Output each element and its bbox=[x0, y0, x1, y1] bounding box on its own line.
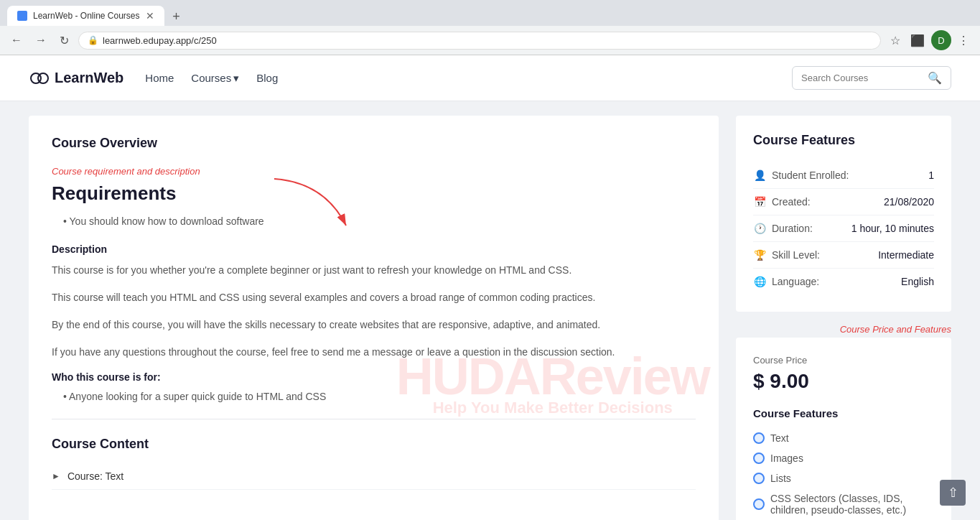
annotation-arrow-1 bbox=[267, 175, 353, 233]
student-icon: 👤 bbox=[753, 170, 766, 181]
description-label: Description bbox=[52, 243, 696, 255]
language-icon: 🌐 bbox=[753, 276, 766, 287]
search-icon[interactable]: 🔍 bbox=[928, 71, 942, 85]
created-label: 📅 Created: bbox=[753, 196, 811, 208]
back-button[interactable]: ← bbox=[7, 32, 26, 49]
language-label: 🌐 Language: bbox=[753, 276, 819, 287]
browser-controls: ← → ↻ 🔒 learnweb.edupay.app/c/250 ☆ ⬛ D … bbox=[0, 26, 980, 55]
feature-item-text: Text bbox=[753, 428, 934, 448]
address-bar[interactable]: 🔒 learnweb.edupay.app/c/250 bbox=[78, 32, 881, 50]
desc-para-2: This course will teach you HTML and CSS … bbox=[52, 289, 696, 307]
tab-label: LearnWeb - Online Courses bbox=[33, 11, 140, 21]
course-features-label: Course Features bbox=[753, 407, 934, 419]
nav-home[interactable]: Home bbox=[145, 72, 174, 84]
course-content-title: Course Content bbox=[52, 437, 696, 452]
annotation-price: Course Price and Features bbox=[840, 324, 951, 335]
profile-button[interactable]: D bbox=[931, 30, 951, 50]
feature-item-css-selectors: CSS Selectors (Classes, IDS, children, p… bbox=[753, 488, 934, 520]
bookmark-button[interactable]: ☆ bbox=[887, 32, 904, 50]
calendar-icon: 📅 bbox=[753, 196, 766, 208]
feature-row-created: 📅 Created: 21/08/2020 bbox=[753, 189, 934, 215]
search-input[interactable] bbox=[801, 73, 922, 83]
feature-item-images: Images bbox=[753, 448, 934, 468]
price-value: $ 9.00 bbox=[753, 370, 934, 393]
brand-icon bbox=[29, 68, 50, 89]
search-box[interactable]: 🔍 bbox=[792, 66, 951, 90]
forward-button[interactable]: → bbox=[32, 32, 50, 49]
student-label: 👤 Student Enrolled: bbox=[753, 170, 849, 181]
menu-button[interactable]: ⋮ bbox=[954, 32, 973, 50]
feature-row-duration: 🕐 Duration: 1 hour, 10 minutes bbox=[753, 215, 934, 242]
student-value: 1 bbox=[928, 170, 934, 181]
features-card: Course Features 👤 Student Enrolled: 1 📅 … bbox=[736, 116, 951, 312]
brand-name: LearnWeb bbox=[55, 70, 123, 86]
tab-favicon bbox=[17, 11, 27, 21]
who-item: Anyone looking for a super quick guide t… bbox=[63, 389, 696, 404]
navbar: LearnWeb Home Courses ▾ Blog 🔍 bbox=[0, 55, 980, 101]
feature-bullet-images bbox=[753, 452, 765, 464]
skill-value: Intermediate bbox=[878, 249, 934, 261]
price-card: Course Price $ 9.00 Course Features Text… bbox=[736, 338, 951, 520]
who-heading: Who this course is for: bbox=[52, 371, 696, 383]
clock-icon: 🕐 bbox=[753, 223, 766, 234]
feature-row-language: 🌐 Language: English bbox=[753, 269, 934, 294]
course-content-section: Course Content ► Course: Text bbox=[52, 419, 696, 490]
requirements-heading: Requirements bbox=[52, 182, 696, 205]
left-panel: Course Overview Course requirement and d… bbox=[29, 116, 719, 520]
nav-courses[interactable]: Courses ▾ bbox=[191, 72, 239, 85]
tab-close-icon[interactable]: ✕ bbox=[146, 10, 154, 22]
requirements-list: You should know how to download software bbox=[52, 213, 696, 229]
skill-label: 🏆 Skill Level: bbox=[753, 249, 820, 261]
annotation-req: Course requirement and description bbox=[52, 166, 200, 177]
new-tab-button[interactable]: + bbox=[167, 7, 186, 26]
language-value: English bbox=[901, 276, 934, 287]
scroll-to-top-button[interactable]: ⇧ bbox=[940, 480, 966, 506]
extensions-button[interactable]: ⬛ bbox=[907, 32, 928, 50]
lock-icon: 🔒 bbox=[88, 35, 98, 45]
feature-bullet-text bbox=[753, 432, 765, 444]
requirement-item: You should know how to download software bbox=[63, 213, 696, 229]
browser-tab[interactable]: LearnWeb - Online Courses ✕ bbox=[7, 6, 164, 26]
refresh-button[interactable]: ↻ bbox=[56, 32, 73, 50]
skill-icon: 🏆 bbox=[753, 249, 766, 261]
desc-para-3: By the end of this course, you will have… bbox=[52, 317, 696, 334]
price-label: Course Price bbox=[753, 355, 934, 366]
created-value: 21/08/2020 bbox=[884, 196, 934, 208]
feature-item-lists: Lists bbox=[753, 468, 934, 488]
content-area: Course Overview Course requirement and d… bbox=[0, 101, 980, 520]
feature-bullet-lists bbox=[753, 473, 765, 484]
nav-blog[interactable]: Blog bbox=[256, 72, 278, 84]
content-expand-icon: ► bbox=[52, 471, 60, 481]
features-card-title: Course Features bbox=[753, 133, 934, 148]
duration-label: 🕐 Duration: bbox=[753, 223, 813, 234]
content-item-text[interactable]: ► Course: Text bbox=[52, 463, 696, 490]
url-text: learnweb.edupay.app/c/250 bbox=[103, 35, 872, 46]
svg-point-1 bbox=[38, 73, 48, 83]
feature-bullet-css bbox=[753, 498, 765, 510]
course-overview-title: Course Overview bbox=[52, 136, 696, 151]
duration-value: 1 hour, 10 minutes bbox=[851, 223, 934, 234]
courses-dropdown-icon: ▾ bbox=[233, 72, 239, 85]
desc-para-4: If you have any questions throughout the… bbox=[52, 344, 696, 361]
feature-row-skill: 🏆 Skill Level: Intermediate bbox=[753, 242, 934, 269]
who-list: Anyone looking for a super quick guide t… bbox=[52, 389, 696, 404]
content-item-label: Course: Text bbox=[67, 470, 123, 482]
desc-para-1: This course is for you whether you're a … bbox=[52, 262, 696, 279]
brand-logo[interactable]: LearnWeb bbox=[29, 68, 123, 89]
right-panel: Course Features 👤 Student Enrolled: 1 📅 … bbox=[736, 116, 951, 520]
feature-row-students: 👤 Student Enrolled: 1 bbox=[753, 162, 934, 189]
nav-links: Home Courses ▾ Blog bbox=[145, 72, 770, 85]
